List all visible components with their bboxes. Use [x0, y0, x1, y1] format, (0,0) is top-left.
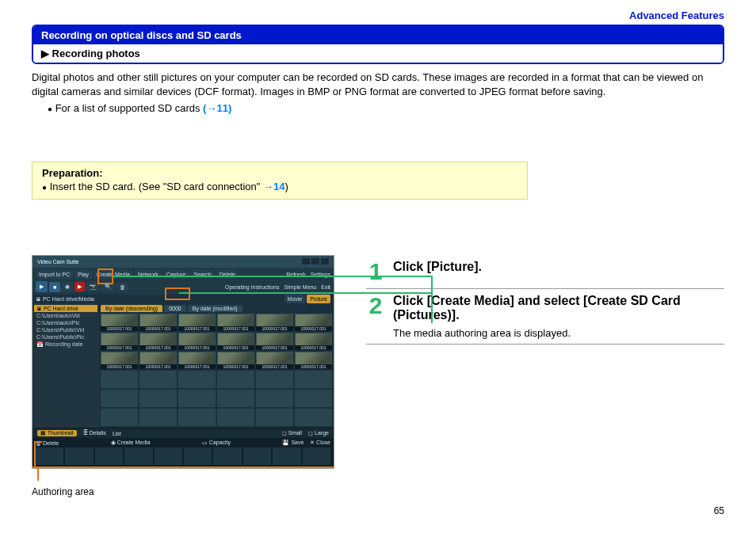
- tb-search[interactable]: Search: [191, 270, 215, 279]
- sidebar-item[interactable]: C:\Users\Public\Pic: [34, 333, 97, 341]
- callout-line-2: [112, 276, 433, 277]
- tray-slot[interactable]: [243, 447, 271, 465]
- thumbnail[interactable]: [139, 390, 177, 407]
- tray-slot[interactable]: [273, 447, 300, 465]
- tray-close[interactable]: ✕ Close: [310, 440, 330, 445]
- sidebar-item[interactable]: C:\Users\aoto\Vid: [34, 312, 97, 319]
- preparation-text-row: ● Insert the SD card. (See "SD card conn…: [42, 181, 517, 192]
- preparation-link[interactable]: →14: [263, 181, 284, 192]
- authoring-area-label: Authoring area: [32, 486, 334, 497]
- sidebar-head[interactable]: 🖥 PC Hard drive: [34, 305, 97, 312]
- thumbnail[interactable]: [139, 371, 177, 388]
- tray-slot[interactable]: [213, 447, 241, 465]
- thumbnail[interactable]: [217, 390, 254, 407]
- tray-capacity[interactable]: ▭ Capacity: [202, 440, 231, 446]
- thumbnail[interactable]: [295, 371, 332, 388]
- view-tab[interactable]: By date (modified): [188, 305, 242, 312]
- thumbnail[interactable]: [178, 409, 216, 426]
- tray-create-media[interactable]: ◉ Create Media: [111, 440, 151, 446]
- bb-large[interactable]: ◻ Large: [308, 430, 329, 436]
- thumbnail[interactable]: 10000017.001: [256, 352, 293, 369]
- intro-paragraph: Digital photos and other still pictures …: [32, 70, 724, 99]
- highlight-picture-tab: [165, 287, 190, 300]
- thumbnail[interactable]: 10000017.001: [101, 314, 138, 331]
- thumbnail[interactable]: [217, 371, 254, 388]
- play-icon[interactable]: ▶: [36, 281, 48, 292]
- app-screenshot: Video Cam Suite Import to PC Play Create…: [32, 255, 334, 469]
- thumbnail[interactable]: [101, 390, 138, 407]
- thumbnail[interactable]: 10000017.001: [295, 314, 332, 331]
- bb-details[interactable]: ≣ Details: [83, 430, 106, 436]
- window-controls[interactable]: [300, 258, 329, 265]
- intro-bullet-text: For a list of supported SD cards: [55, 102, 203, 114]
- tab-movie[interactable]: Movie: [284, 295, 306, 303]
- section-subtitle: ▶ Recording photos: [33, 44, 723, 63]
- thumbnail[interactable]: 10000017.001: [256, 333, 293, 350]
- bb-thumbnail[interactable]: ▦ Thumbnail: [37, 430, 77, 436]
- step-1: 1 Click [Picture].: [366, 255, 724, 289]
- thumbnail[interactable]: 10000017.001: [101, 333, 138, 350]
- thumbnail[interactable]: 10000017.001: [295, 352, 332, 369]
- thumbnail[interactable]: [256, 409, 293, 426]
- sidebar-item[interactable]: 📅 Recording date: [34, 341, 97, 348]
- tray-slot[interactable]: [184, 447, 212, 465]
- thumbnail[interactable]: 10000017.001: [295, 333, 332, 350]
- tb-exit[interactable]: Exit: [321, 284, 330, 290]
- thumbnail[interactable]: 10000017.001: [178, 333, 216, 350]
- thumbnail[interactable]: 10000017.001: [139, 352, 177, 369]
- youtube-icon[interactable]: ▶: [74, 282, 85, 291]
- tray-slot[interactable]: [65, 447, 93, 465]
- thumbnail[interactable]: [101, 371, 138, 388]
- tb-simple-menu[interactable]: Simple Menu: [284, 284, 316, 290]
- tb-play[interactable]: Play: [74, 270, 92, 279]
- tb-capture[interactable]: Capture: [163, 270, 189, 279]
- tray-save[interactable]: 💾 Save: [282, 440, 304, 445]
- bullet-icon: ●: [42, 183, 47, 192]
- tab-picture[interactable]: Picture: [307, 295, 330, 303]
- sidebar-item[interactable]: C:\Users\Public\Vid: [34, 326, 97, 333]
- thumbnail[interactable]: 10000017.001: [178, 314, 216, 331]
- bb-list[interactable]: List: [113, 431, 121, 436]
- thumbnail[interactable]: [295, 390, 332, 407]
- thumbnail[interactable]: [295, 409, 332, 426]
- app-title: Video Cam Suite: [37, 259, 78, 265]
- tray-line: [37, 468, 39, 481]
- thumbnail[interactable]: 10000017.001: [217, 333, 254, 350]
- intro-bullet-link[interactable]: (→11): [203, 102, 231, 114]
- tb-network[interactable]: Network: [135, 270, 162, 279]
- tb-import[interactable]: Import to PC: [36, 270, 73, 279]
- page-number: 65: [32, 505, 724, 516]
- callout-line-1: [179, 292, 433, 294]
- tray-slot[interactable]: [95, 447, 123, 465]
- thumbnail[interactable]: 10000017.001: [139, 314, 177, 331]
- record-icon[interactable]: ■: [49, 282, 60, 292]
- thumbnail[interactable]: [217, 409, 254, 426]
- thumbnail[interactable]: [101, 409, 138, 426]
- bb-small[interactable]: ◻ Small: [282, 430, 302, 436]
- tray-slot[interactable]: [155, 447, 182, 465]
- disc-icon[interactable]: ◉: [62, 282, 73, 291]
- view-area: By date (descending) 0000 By date (modif…: [99, 303, 334, 428]
- trash-icon[interactable]: 🗑: [116, 283, 128, 291]
- thumbnail[interactable]: 10000017.001: [256, 314, 293, 331]
- thumbnail[interactable]: [178, 390, 216, 407]
- tray-bracket: [34, 441, 42, 468]
- bottom-bar: ▦ Thumbnail ≣ Details List ◻ Small ◻ Lar…: [32, 428, 334, 438]
- tray-slot[interactable]: [303, 447, 330, 465]
- thumbnail[interactable]: 10000017.001: [217, 352, 254, 369]
- tb-delete[interactable]: Delete: [216, 270, 239, 279]
- highlight-create-media: [97, 268, 113, 284]
- thumbnail[interactable]: 10000017.001: [178, 352, 216, 369]
- thumbnail[interactable]: [178, 371, 216, 388]
- thumbnail[interactable]: [256, 390, 293, 407]
- tray-slot[interactable]: [124, 447, 152, 465]
- thumbnail[interactable]: 10000017.001: [217, 314, 254, 331]
- view-tab[interactable]: 0000: [164, 305, 186, 312]
- view-tab[interactable]: By date (descending): [101, 305, 162, 312]
- thumbnail[interactable]: [256, 371, 293, 388]
- thumbnail[interactable]: [139, 409, 177, 426]
- thumbnail[interactable]: 10000017.001: [139, 333, 177, 350]
- tb-instructions[interactable]: Operating Instructions: [225, 284, 279, 290]
- thumbnail[interactable]: 10000017.001: [101, 352, 138, 369]
- sidebar-item[interactable]: C:\Users\aoto\Pic: [34, 319, 97, 326]
